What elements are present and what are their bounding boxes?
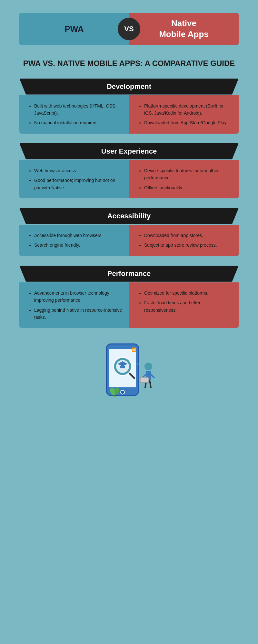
native-cell-development: Platform-specific development (Swift for… <box>129 95 239 134</box>
native-cell-accessibility: Downloaded from app stores.Subject to ap… <box>129 225 239 256</box>
pwa-header: PWA <box>19 13 129 45</box>
vs-label: VS <box>124 25 134 33</box>
header-banner: PWA VS NativeMobile Apps <box>19 13 239 45</box>
comparison-grid-development: Built with web technologies (HTML, CSS, … <box>19 95 239 134</box>
list-item: Subject to app store review process. <box>144 242 232 249</box>
section-banner-performance: Performance <box>19 266 239 282</box>
list-item: Web browser access. <box>34 167 122 174</box>
section-user-experience: User ExperienceWeb browser access.Good p… <box>19 143 239 198</box>
page-title: PWA VS. NATIVE MOBILE APPS: A COMPARATIV… <box>19 58 239 69</box>
native-cell-performance: Optimized for specific platforms.Faster … <box>129 282 239 328</box>
section-banner-development: Development <box>19 79 239 95</box>
illustration-svg: 📶 ♫ ✉ <box>97 337 161 402</box>
section-accessibility: AccessibilityAccessible through web brow… <box>19 208 239 256</box>
list-item: Built with web technologies (HTML, CSS, … <box>34 102 122 117</box>
section-development: DevelopmentBuilt with web technologies (… <box>19 79 239 134</box>
list-item: Search engine friendly. <box>34 242 122 249</box>
section-performance: PerformanceAdvancements in browser techn… <box>19 266 239 328</box>
list-item: Good performance; improving but not on p… <box>34 177 122 191</box>
list-item: Optimized for specific platforms. <box>144 289 232 297</box>
list-item: Accessible through web browsers. <box>34 232 122 239</box>
list-item: No manual installation required. <box>34 119 122 126</box>
comparison-grid-performance: Advancements in browser technology impro… <box>19 282 239 328</box>
svg-text:📶: 📶 <box>132 347 136 352</box>
svg-line-12 <box>150 381 151 387</box>
list-item: Downloaded from App Store/Google Play. <box>144 119 232 126</box>
section-banner-accessibility: Accessibility <box>19 208 239 224</box>
list-item: Lagging behind Native in resource-intens… <box>34 307 122 321</box>
list-item: Advancements in browser technology impro… <box>34 289 122 304</box>
pwa-cell-user-experience: Web browser access.Good performance; imp… <box>19 160 129 198</box>
sections-container: DevelopmentBuilt with web technologies (… <box>0 79 258 328</box>
svg-line-10 <box>151 374 154 378</box>
comparison-grid-accessibility: Accessible through web browsers.Search e… <box>19 225 239 256</box>
native-cell-user-experience: Device-specific features for smoother pe… <box>129 160 239 198</box>
section-banner-user-experience: User Experience <box>19 143 239 159</box>
svg-rect-13 <box>140 377 149 383</box>
list-item: Faster load times and better responsiven… <box>144 299 232 314</box>
native-label: NativeMobile Apps <box>159 18 209 40</box>
comparison-grid-user-experience: Web browser access.Good performance; imp… <box>19 160 239 198</box>
pwa-label: PWA <box>64 24 84 34</box>
svg-point-20 <box>121 390 124 394</box>
illustration: 📶 ♫ ✉ <box>0 337 258 402</box>
list-item: Platform-specific development (Swift for… <box>144 102 232 117</box>
list-item: Downloaded from app stores. <box>144 232 232 239</box>
list-item: Device-specific features for smoother pe… <box>144 167 232 182</box>
svg-rect-5 <box>120 366 125 368</box>
pwa-cell-development: Built with web technologies (HTML, CSS, … <box>19 95 129 134</box>
svg-text:✉: ✉ <box>136 362 139 365</box>
native-header: NativeMobile Apps <box>129 13 239 45</box>
svg-point-7 <box>144 363 152 370</box>
pwa-cell-accessibility: Accessible through web browsers.Search e… <box>19 225 129 256</box>
vs-badge: VS <box>118 18 140 40</box>
svg-text:♫: ♫ <box>136 355 139 359</box>
list-item: Offline functionality. <box>144 184 232 191</box>
pwa-cell-performance: Advancements in browser technology impro… <box>19 282 129 328</box>
